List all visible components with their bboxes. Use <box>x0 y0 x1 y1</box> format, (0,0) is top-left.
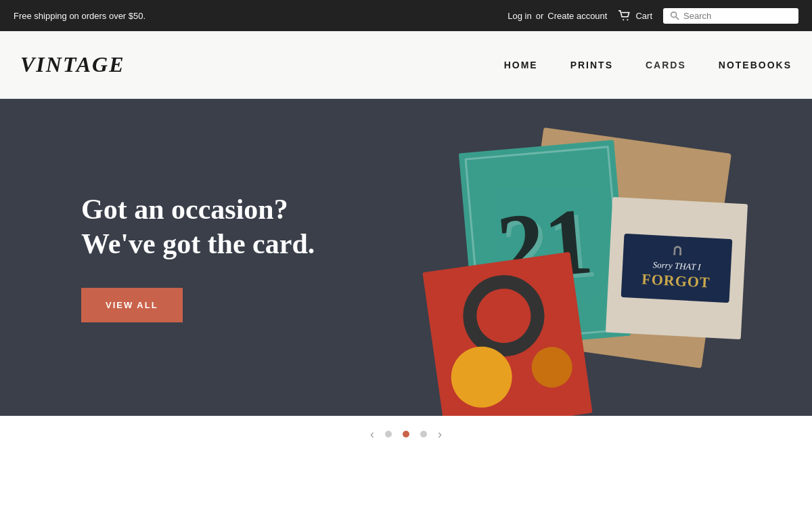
search-input[interactable] <box>683 11 792 21</box>
cart-label: Cart <box>635 11 652 21</box>
hero-cards-illustration: 21 Sorry THAT I FORGOT <box>406 126 771 410</box>
card-sorry-inner: Sorry THAT I FORGOT <box>621 234 733 303</box>
carousel-dot-2[interactable] <box>403 431 409 438</box>
carousel-dot-3[interactable] <box>420 431 427 438</box>
carousel-prev-button[interactable]: ‹ <box>370 428 374 440</box>
card-sorry: Sorry THAT I FORGOT <box>606 197 748 339</box>
carousel-dot-1[interactable] <box>385 431 392 438</box>
login-link[interactable]: Log in <box>508 11 531 21</box>
nav-prints[interactable]: PRINTS <box>570 60 613 70</box>
card-red <box>422 252 592 416</box>
carousel-next-button[interactable]: › <box>438 428 442 440</box>
shipping-notice: Free shipping on orders over $50. <box>14 11 145 21</box>
nav-cards[interactable]: CARDS <box>646 60 686 70</box>
card-sorry-hook <box>673 246 682 256</box>
top-bar: Free shipping on orders over $50. Log in… <box>0 0 812 31</box>
hero-section: Got an occasion? We've got the card. VIE… <box>0 99 812 416</box>
search-box[interactable] <box>663 8 798 24</box>
carousel-controls: ‹ › <box>0 416 812 452</box>
auth-links: Log in or Create account <box>508 11 607 21</box>
nav-notebooks[interactable]: NOTEBOOKS <box>719 60 792 70</box>
top-bar-right: Log in or Create account Cart <box>508 8 798 24</box>
site-header: VINTAGE HOME PRINTS CARDS NOTEBOOKS <box>0 31 812 99</box>
hero-content: Got an occasion? We've got the card. VIE… <box>0 192 365 322</box>
site-logo[interactable]: VINTAGE <box>20 52 125 77</box>
svg-point-2 <box>671 12 677 18</box>
red-circle-2 <box>529 344 575 390</box>
svg-line-3 <box>676 17 679 20</box>
main-nav: HOME PRINTS CARDS NOTEBOOKS <box>504 60 792 70</box>
card-sorry-line2: FORGOT <box>632 270 719 293</box>
auth-separator: or <box>536 11 544 21</box>
view-all-button[interactable]: VIEW ALL <box>81 288 183 322</box>
svg-point-1 <box>627 19 629 20</box>
nav-home[interactable]: HOME <box>504 60 538 70</box>
svg-point-0 <box>623 19 625 20</box>
search-icon <box>670 11 679 20</box>
create-account-link[interactable]: Create account <box>547 11 607 21</box>
cart-icon <box>618 10 631 21</box>
hero-title: Got an occasion? We've got the card. <box>81 192 365 261</box>
cart-button[interactable]: Cart <box>618 10 652 21</box>
